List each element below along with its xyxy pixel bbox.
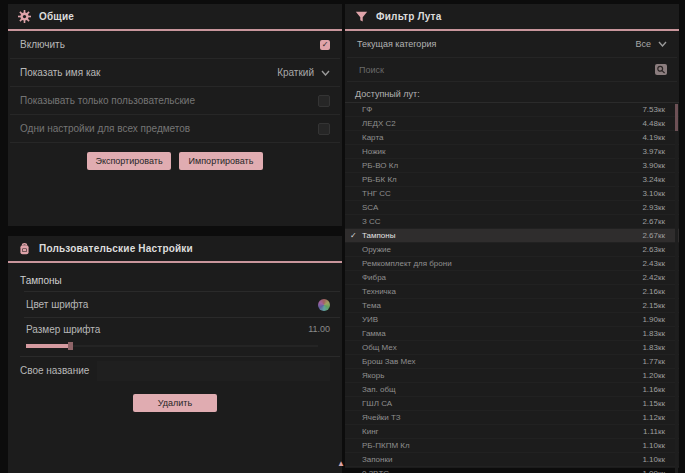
loot-item-row[interactable]: Зап. общ 1.16кк: [345, 383, 679, 397]
general-buttons: Экспортировать Импортировать: [8, 143, 342, 170]
loot-item-row[interactable]: Оружие 2.63кк: [345, 243, 679, 257]
loot-item-name: SCA: [362, 203, 378, 212]
loot-item-value: 2.67кк: [642, 231, 665, 240]
color-wheel-icon[interactable]: [318, 299, 330, 311]
loot-item-name: ГФ: [362, 105, 372, 114]
loot-item-value: 2.16кк: [642, 287, 665, 296]
gear-icon: [18, 10, 31, 23]
loot-item-row[interactable]: УИВ 1.90кк: [345, 313, 679, 327]
loot-item-row[interactable]: Техничка 2.16кк: [345, 285, 679, 299]
same-settings-checkbox[interactable]: [318, 123, 330, 135]
loot-item-name: Брош Зав Мех: [362, 357, 416, 366]
search-input[interactable]: [357, 64, 655, 76]
loot-item-value: 7.53кк: [642, 105, 665, 114]
loot-item-row[interactable]: Кинг 1.11кк: [345, 425, 679, 439]
loot-item-value: 2.42кк: [642, 273, 665, 282]
loot-item-value: 1.10кк: [642, 455, 665, 464]
panel-loot-filter: Фильтр Лута Текущая категория Все Доступ…: [345, 4, 679, 468]
enable-checkbox[interactable]: ✓: [320, 40, 330, 50]
drag-handle-icon[interactable]: ▲: [337, 460, 345, 468]
enable-label: Включить: [20, 39, 65, 50]
loot-item-row[interactable]: З СС 2.67кк: [345, 215, 679, 229]
loot-item-row[interactable]: Брош Зав Мех 1.77кк: [345, 355, 679, 369]
loot-item-name: З СС: [362, 217, 381, 226]
loot-item-name: РБ-ПКПМ Кл: [362, 441, 410, 450]
export-button[interactable]: Экспортировать: [87, 152, 171, 170]
loot-item-row[interactable]: ГШЛ СА 1.15кк: [345, 397, 679, 411]
loot-item-value: 1.12кк: [642, 413, 665, 422]
panel-filter-header: Фильтр Лута: [345, 4, 679, 31]
loot-item-name: Тампоны: [362, 231, 395, 240]
loot-item-name: ГШЛ СА: [362, 399, 392, 408]
only-custom-row: Показывать только пользовательские: [10, 87, 340, 115]
import-button[interactable]: Импортировать: [179, 152, 263, 170]
show-name-dropdown[interactable]: Краткий: [277, 67, 330, 78]
loot-item-name: Запонки: [362, 455, 392, 464]
loot-item-value: 2.63кк: [642, 245, 665, 254]
loot-item-row[interactable]: ЛЕДХ С2 4.48кк: [345, 117, 679, 131]
loot-item-name: Ячейки ТЗ: [362, 413, 401, 422]
only-custom-label: Показывать только пользовательские: [20, 95, 195, 106]
delete-button-wrap: Удалить: [8, 394, 342, 412]
same-settings-label: Одни настройки для всех предметов: [20, 123, 190, 134]
loot-item-row[interactable]: Якорь 1.20кк: [345, 369, 679, 383]
loot-item-value: 2.15кк: [642, 301, 665, 310]
show-name-row: Показать имя как Краткий: [10, 59, 340, 87]
loot-item-name: Гамма: [362, 329, 386, 338]
loot-item-value: 1.15кк: [642, 399, 665, 408]
category-value: Все: [635, 39, 651, 49]
search-icon[interactable]: [655, 64, 667, 75]
loot-item-name: 0.2BTC: [362, 469, 389, 473]
panel-filter-title: Фильтр Лута: [376, 11, 441, 22]
loot-item-row[interactable]: Запонки 1.10кк: [345, 453, 679, 467]
loot-item-value: 1.90кк: [642, 315, 665, 324]
chevron-down-icon: [658, 39, 667, 49]
loot-item-row[interactable]: Гамма 1.83кк: [345, 327, 679, 341]
loot-item-value: 3.90кк: [642, 161, 665, 170]
loot-item-row[interactable]: РБ-ПКПМ Кл 1.10кк: [345, 439, 679, 453]
loot-item-name: Тема: [362, 301, 381, 310]
loot-item-name: Общ Мех: [362, 343, 397, 352]
loot-item-name: Ножик: [362, 147, 385, 156]
panel-general-header: Общие: [8, 4, 342, 31]
show-name-label: Показать имя как: [20, 67, 100, 78]
delete-button[interactable]: Удалить: [133, 394, 217, 412]
custom-name-row: Свое название: [20, 356, 340, 384]
search-row: [347, 58, 677, 82]
loot-item-value: 1.11кк: [643, 427, 665, 436]
scrollbar-thumb[interactable]: [675, 104, 678, 131]
loot-item-name: УИВ: [362, 315, 378, 324]
loot-item-row[interactable]: Фибра 2.42кк: [345, 271, 679, 285]
check-icon: ✓: [350, 229, 357, 242]
same-settings-row: Одни настройки для всех предметов: [10, 115, 340, 143]
only-custom-checkbox[interactable]: [318, 95, 330, 107]
loot-item-value: 1.09кк: [642, 469, 665, 473]
loot-item-name: РБ-ВО Кл: [362, 161, 398, 170]
loot-item-row[interactable]: Карта 4.19кк: [345, 131, 679, 145]
loot-item-row[interactable]: ✓ Тампоны 2.67кк: [345, 229, 679, 243]
loot-item-row[interactable]: РБ-ВО Кл 3.90кк: [345, 159, 679, 173]
loot-item-row[interactable]: Ремкомплект для брони 2.43кк: [345, 257, 679, 271]
loot-item-row[interactable]: Ячейки ТЗ 1.12кк: [345, 411, 679, 425]
font-size-slider[interactable]: [26, 342, 318, 350]
category-label: Текущая категория: [357, 39, 436, 49]
category-dropdown[interactable]: Все: [635, 39, 667, 49]
loot-item-row[interactable]: РБ-БК Кл 3.24кк: [345, 173, 679, 187]
font-size-label: Размер шрифта: [26, 324, 100, 335]
loot-item-value: 3.97кк: [642, 147, 665, 156]
loot-item-name: ТНГ СС: [362, 189, 391, 198]
custom-name-input[interactable]: [97, 361, 330, 381]
loot-item-row[interactable]: 0.2BTC 1.09кк: [345, 467, 679, 473]
loot-list: ГФ 7.53кк ЛЕДХ С2 4.48кк Карта 4.19кк: [345, 102, 679, 473]
loot-item-row[interactable]: Тема 2.15кк: [345, 299, 679, 313]
loot-item-row[interactable]: SCA 2.93кк: [345, 201, 679, 215]
loot-item-row[interactable]: ТНГ СС 3.10кк: [345, 187, 679, 201]
loot-item-row[interactable]: ГФ 7.53кк: [345, 103, 679, 117]
slider-handle[interactable]: [68, 342, 73, 350]
scrollbar[interactable]: [675, 103, 678, 473]
loot-item-row[interactable]: Общ Мех 1.83кк: [345, 341, 679, 355]
panel-custom-header: Пользовательские Настройки: [8, 236, 342, 263]
loot-item-row[interactable]: Ножик 3.97кк: [345, 145, 679, 159]
loot-item-value: 1.83кк: [642, 329, 665, 338]
font-size-row: Размер шрифта 11.00: [24, 317, 340, 340]
